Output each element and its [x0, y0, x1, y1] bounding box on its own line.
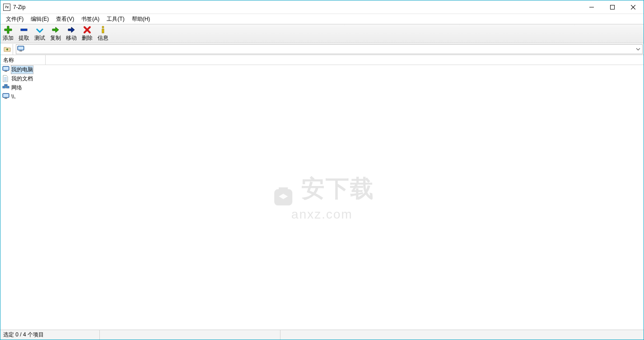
svg-point-5	[102, 26, 104, 28]
address-input[interactable]	[26, 45, 634, 53]
computer-icon	[2, 66, 9, 73]
network-icon	[2, 84, 9, 91]
info-icon	[98, 26, 107, 34]
statusbar: 选定 0 / 4 个项目	[0, 330, 644, 340]
svg-rect-1	[611, 5, 615, 9]
titlebar: 7z 7-Zip	[0, 0, 644, 14]
toolbar-move-button[interactable]: 移动	[65, 26, 77, 42]
column-name-header[interactable]: 名称	[0, 55, 46, 65]
app-icon: 7z	[3, 4, 10, 11]
toolbar-test-label: 测试	[34, 34, 45, 42]
list-item[interactable]: \\.	[0, 92, 644, 101]
svg-rect-16	[5, 84, 7, 86]
status-cell	[100, 330, 280, 340]
chevron-down-icon	[636, 48, 640, 51]
svg-rect-6	[102, 29, 104, 33]
arrow-right-outline-icon	[51, 26, 60, 34]
toolbar-info-label: 信息	[98, 34, 108, 42]
window-title: 7-Zip	[13, 4, 25, 10]
list-item[interactable]: 网络	[0, 83, 644, 92]
menu-file[interactable]: 文件(F)	[2, 14, 27, 24]
list-item-label: 我的文档	[11, 75, 33, 83]
status-selection: 选定 0 / 4 个项目	[0, 330, 100, 340]
close-button[interactable]	[623, 0, 644, 14]
x-icon	[83, 26, 92, 34]
column-headers: 名称	[0, 55, 644, 65]
menu-tools[interactable]: 工具(T)	[103, 14, 128, 24]
menubar: 文件(F) 编辑(E) 查看(V) 书签(A) 工具(T) 帮助(H)	[0, 14, 644, 24]
address-dropdown-button[interactable]	[634, 48, 642, 51]
svg-rect-19	[3, 94, 9, 97]
menu-help[interactable]: 帮助(H)	[128, 14, 154, 24]
svg-rect-9	[19, 51, 22, 51]
toolbar-copy-button[interactable]: 复制	[50, 26, 61, 42]
document-icon	[2, 75, 9, 82]
svg-rect-21	[274, 189, 292, 205]
check-icon	[35, 26, 44, 34]
toolbar-delete-button[interactable]: 删除	[81, 26, 93, 42]
watermark-sub: anxz.com	[270, 207, 374, 222]
list-item-label: 网络	[11, 84, 22, 92]
content-area: 名称 我的电脑 我的文档 网络 \\.	[0, 55, 644, 330]
svg-rect-13	[3, 86, 5, 88]
list-item[interactable]: 我的电脑	[0, 65, 644, 74]
toolbar-info-button[interactable]: 信息	[97, 26, 109, 42]
folder-up-icon	[4, 46, 11, 53]
list-item-label: \\.	[11, 93, 16, 100]
svg-rect-14	[6, 86, 9, 88]
file-list[interactable]: 我的电脑 我的文档 网络 \\. 安下载	[0, 65, 644, 330]
toolbar-extract-button[interactable]: 提取	[18, 26, 30, 42]
menu-edit[interactable]: 编辑(E)	[27, 14, 52, 24]
minus-icon	[19, 26, 28, 34]
menu-view[interactable]: 查看(V)	[52, 14, 78, 24]
computer-icon	[17, 46, 25, 53]
address-input-wrap[interactable]	[16, 44, 643, 54]
toolbar-delete-label: 删除	[82, 34, 93, 42]
toolbar-add-button[interactable]: 添加	[2, 26, 14, 42]
toolbar-extract-label: 提取	[19, 34, 29, 42]
svg-rect-11	[3, 67, 9, 70]
maximize-button[interactable]	[602, 0, 623, 14]
list-item[interactable]: 我的文档	[0, 74, 644, 83]
toolbar: 添加 提取 测试 复制 移动	[0, 24, 644, 43]
arrow-right-solid-icon	[67, 26, 76, 34]
menu-bookmarks[interactable]: 书签(A)	[78, 14, 103, 24]
computer-icon	[2, 93, 9, 100]
addressbar	[0, 43, 644, 55]
plus-icon	[4, 26, 13, 34]
toolbar-add-label: 添加	[3, 34, 14, 42]
svg-rect-12	[5, 71, 7, 72]
minimize-button[interactable]	[581, 0, 602, 14]
list-item-label: 我的电脑	[11, 66, 33, 74]
up-folder-button[interactable]	[1, 44, 13, 55]
svg-rect-4	[21, 29, 27, 31]
watermark-main: 安下载	[301, 175, 374, 201]
toolbar-test-button[interactable]: 测试	[34, 26, 46, 42]
svg-rect-8	[18, 47, 23, 50]
svg-rect-20	[5, 98, 7, 99]
watermark: 安下载 anxz.com	[270, 173, 374, 222]
toolbar-copy-label: 复制	[50, 34, 61, 42]
toolbar-move-label: 移动	[66, 34, 77, 42]
